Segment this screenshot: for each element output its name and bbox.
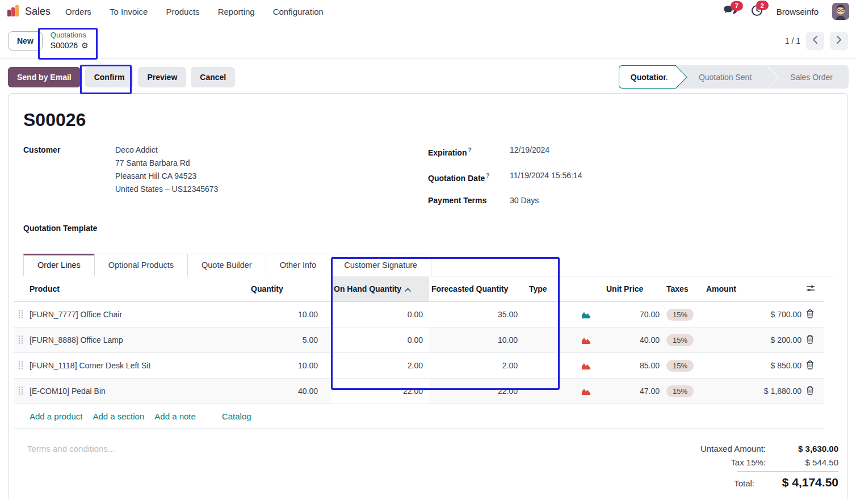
header-quantity[interactable]: Quantity bbox=[249, 276, 332, 302]
header-product[interactable]: Product bbox=[27, 276, 249, 302]
breadcrumb-quotations-link[interactable]: Quotations bbox=[51, 30, 89, 40]
app-switcher[interactable]: Sales bbox=[7, 5, 51, 19]
total-label: Total: bbox=[734, 478, 754, 488]
customer-address-line: Pleasant Hill CA 94523 bbox=[115, 170, 218, 183]
cell-product[interactable]: [FURN_7777] Office Chair bbox=[27, 302, 249, 327]
statusbar: Quotation Quotation Sent Sales Order bbox=[619, 65, 849, 89]
cell-forecasted[interactable]: 35.00 bbox=[429, 302, 527, 327]
gear-icon[interactable]: ⚙ bbox=[81, 40, 89, 51]
status-step-sales-order[interactable]: Sales Order bbox=[767, 65, 849, 89]
breadcrumb-current: S00026 bbox=[51, 40, 78, 51]
drag-handle[interactable] bbox=[18, 386, 23, 395]
quotation-date-field[interactable]: 11/19/2024 15:56:14 bbox=[510, 169, 582, 185]
table-row: [FURN_1118] Corner Desk Left Sit 10.00 2… bbox=[14, 353, 824, 379]
tab-quote-builder[interactable]: Quote Builder bbox=[187, 254, 266, 276]
optional-columns-button[interactable] bbox=[806, 284, 815, 294]
new-button[interactable]: New bbox=[8, 31, 43, 51]
menu-configuration[interactable]: Configuration bbox=[273, 7, 324, 16]
tax-badge[interactable]: 15% bbox=[666, 334, 694, 346]
tax-badge[interactable]: 15% bbox=[666, 385, 694, 397]
header-unit-price[interactable]: Unit Price bbox=[604, 276, 662, 302]
drag-handle[interactable] bbox=[18, 309, 23, 318]
status-step-quotation-sent[interactable]: Quotation Sent bbox=[676, 65, 767, 89]
pager-next-button[interactable] bbox=[830, 32, 848, 50]
delete-row-button[interactable] bbox=[806, 360, 814, 371]
customer-name-field[interactable]: Deco Addict bbox=[115, 144, 218, 157]
preview-button[interactable]: Preview bbox=[138, 67, 186, 87]
user-name[interactable]: Browseinfo bbox=[777, 7, 819, 16]
cell-unit-price[interactable]: 47.00 bbox=[604, 379, 662, 404]
pager-previous-button[interactable] bbox=[806, 32, 824, 50]
delete-row-button[interactable] bbox=[806, 386, 814, 397]
add-section-link[interactable]: Add a section bbox=[93, 411, 144, 421]
cell-unit-price[interactable]: 40.00 bbox=[604, 327, 662, 353]
cell-product[interactable]: [E-COM10] Pedal Bin bbox=[27, 379, 249, 404]
tax-badge[interactable]: 15% bbox=[666, 360, 694, 372]
status-step-quotation[interactable]: Quotation bbox=[619, 65, 676, 89]
activities-button[interactable]: 2 bbox=[751, 5, 763, 18]
delete-row-button[interactable] bbox=[806, 335, 814, 346]
form-sheet: S00026 Customer Deco Addict 77 Santa Bar… bbox=[8, 93, 848, 499]
forecast-chart-icon[interactable] bbox=[581, 388, 591, 396]
pager-counter: 1 / 1 bbox=[785, 36, 800, 45]
trash-icon bbox=[806, 335, 814, 346]
cell-on-hand[interactable]: 0.00 bbox=[332, 302, 429, 327]
header-taxes[interactable]: Taxes bbox=[662, 276, 704, 302]
chevron-left-icon bbox=[812, 35, 818, 46]
cell-unit-price[interactable]: 85.00 bbox=[604, 353, 662, 379]
drag-handle[interactable] bbox=[18, 360, 23, 369]
tab-customer-signature[interactable]: Customer Signature bbox=[330, 254, 431, 276]
tab-order-lines[interactable]: Order Lines bbox=[23, 254, 95, 276]
action-bar: Send by Email Confirm Preview Cancel Quo… bbox=[0, 59, 856, 89]
menu-orders[interactable]: Orders bbox=[65, 7, 91, 16]
menu-to-invoice[interactable]: To Invoice bbox=[110, 7, 148, 16]
customer-label: Customer bbox=[23, 144, 115, 196]
forecast-chart-icon[interactable] bbox=[581, 311, 591, 319]
cell-quantity[interactable]: 40.00 bbox=[249, 379, 332, 404]
payment-terms-field[interactable]: 30 Days bbox=[510, 194, 539, 207]
tab-optional-products[interactable]: Optional Products bbox=[94, 254, 188, 276]
add-product-link[interactable]: Add a product bbox=[30, 411, 82, 421]
cell-forecasted[interactable]: 10.00 bbox=[429, 327, 527, 353]
send-by-email-button[interactable]: Send by Email bbox=[8, 67, 81, 87]
messages-button[interactable]: 7 bbox=[723, 5, 737, 18]
cell-forecasted[interactable]: 22.00 bbox=[429, 379, 527, 404]
confirm-button[interactable]: Confirm bbox=[85, 67, 134, 87]
terms-placeholder[interactable]: Terms and conditions... bbox=[27, 444, 115, 493]
cell-forecasted[interactable]: 2.00 bbox=[429, 353, 527, 379]
table-header-row: Product Quantity On Hand Quantity Foreca… bbox=[14, 276, 824, 302]
tax-badge[interactable]: 15% bbox=[666, 309, 694, 321]
cancel-button[interactable]: Cancel bbox=[191, 67, 235, 87]
chevron-right-icon bbox=[836, 35, 842, 46]
cell-quantity[interactable]: 10.00 bbox=[249, 353, 332, 379]
header-type[interactable]: Type bbox=[527, 276, 604, 302]
delete-row-button[interactable] bbox=[806, 309, 814, 320]
header-amount[interactable]: Amount bbox=[704, 276, 804, 302]
cell-on-hand[interactable]: 0.00 bbox=[332, 327, 429, 353]
drag-handle[interactable] bbox=[18, 335, 23, 344]
menu-reporting[interactable]: Reporting bbox=[218, 7, 255, 16]
navbar-systray: 7 2 Browseinfo bbox=[723, 3, 849, 20]
sliders-icon bbox=[806, 284, 815, 294]
avatar[interactable] bbox=[832, 3, 849, 20]
add-note-link[interactable]: Add a note bbox=[154, 411, 196, 421]
totals-divider bbox=[737, 471, 838, 472]
catalog-link[interactable]: Catalog bbox=[222, 411, 251, 421]
cell-product[interactable]: [FURN_8888] Office Lamp bbox=[27, 327, 249, 353]
cell-product[interactable]: [FURN_1118] Corner Desk Left Sit bbox=[27, 353, 249, 379]
header-forecasted-quantity[interactable]: Forecasted Quantity bbox=[429, 276, 527, 302]
expiration-field[interactable]: 12/19/2024 bbox=[510, 144, 549, 159]
header-on-hand-quantity[interactable]: On Hand Quantity bbox=[332, 276, 429, 302]
menu-products[interactable]: Products bbox=[166, 7, 199, 16]
cell-quantity[interactable]: 5.00 bbox=[249, 327, 332, 353]
sheet-footer: Terms and conditions... Untaxed Amount: … bbox=[23, 444, 838, 493]
untaxed-amount-label: Untaxed Amount: bbox=[700, 444, 766, 453]
app-name[interactable]: Sales bbox=[25, 6, 51, 18]
cell-on-hand[interactable]: 22.00 bbox=[332, 379, 429, 404]
forecast-chart-icon[interactable] bbox=[581, 362, 591, 370]
cell-unit-price[interactable]: 70.00 bbox=[604, 302, 662, 327]
tab-other-info[interactable]: Other Info bbox=[266, 254, 330, 276]
cell-on-hand[interactable]: 2.00 bbox=[332, 353, 429, 379]
forecast-chart-icon[interactable] bbox=[581, 337, 591, 345]
cell-quantity[interactable]: 10.00 bbox=[249, 302, 332, 327]
